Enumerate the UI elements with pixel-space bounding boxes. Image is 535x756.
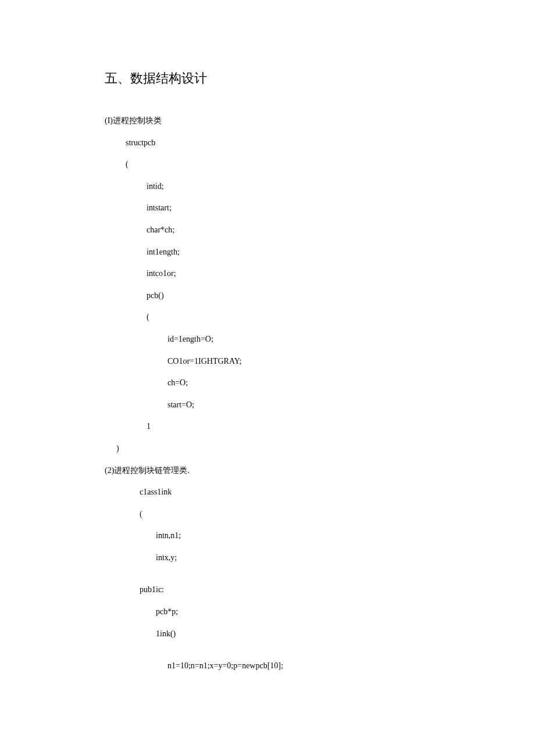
code-line: 1ink() — [105, 628, 430, 640]
code-line: start=O; — [105, 399, 430, 411]
code-line: CO1or=1IGHTGRAY; — [105, 356, 430, 367]
code-line: c1ass1ink — [105, 486, 430, 498]
code-line: pcb() — [105, 290, 430, 302]
code-line: int1ength; — [105, 246, 430, 258]
code-line: ( — [105, 159, 430, 170]
code-line: intx,y; — [105, 552, 430, 564]
code-line: ) — [105, 443, 430, 454]
code-line: intco1or; — [105, 268, 430, 280]
subsection-title-1: (I)进程控制块类 — [105, 115, 430, 127]
code-line: 1 — [105, 421, 430, 432]
code-line: pcb*p; — [105, 606, 430, 618]
code-line: ( — [105, 508, 430, 520]
section-heading: 五、数据结构设计 — [105, 70, 430, 87]
code-line: ch=O; — [105, 377, 430, 389]
subsection-title-2: (2)进程控制块链管理类. — [105, 465, 430, 476]
code-line: pub1ic: — [105, 584, 430, 596]
code-line: intstart; — [105, 202, 430, 214]
code-line: n1=10;n=n1;x=y=0;p=newpcb[10]; — [105, 660, 430, 672]
code-line: intn,n1; — [105, 530, 430, 542]
code-line: structpcb — [105, 137, 430, 149]
code-line: intid; — [105, 181, 430, 192]
code-line: ( — [105, 311, 430, 323]
code-line: id=1ength=O; — [105, 334, 430, 345]
code-line: char*ch; — [105, 224, 430, 236]
document-page: 五、数据结构设计 (I)进程控制块类 structpcb ( intid; in… — [0, 0, 535, 740]
